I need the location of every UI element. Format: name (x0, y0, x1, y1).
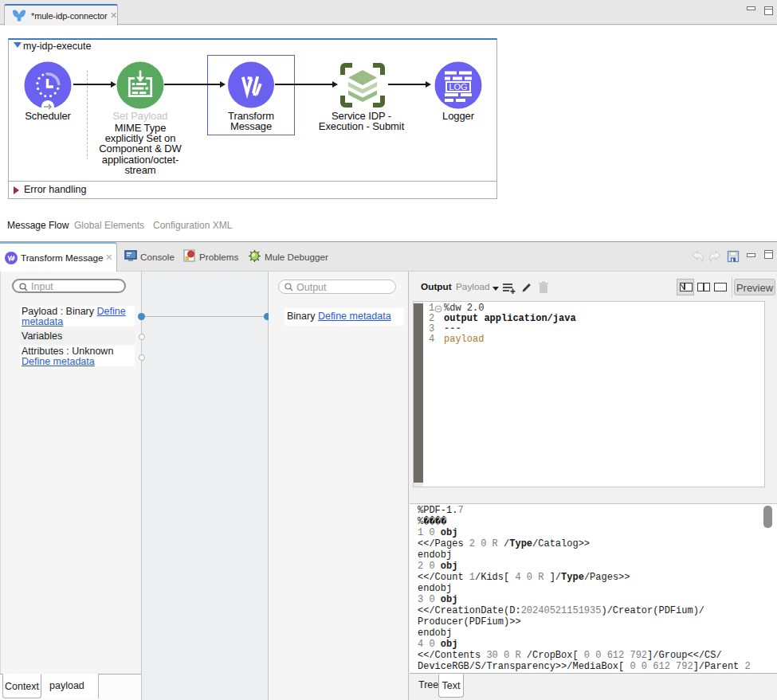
svg-text:LOG: LOG (449, 82, 467, 92)
